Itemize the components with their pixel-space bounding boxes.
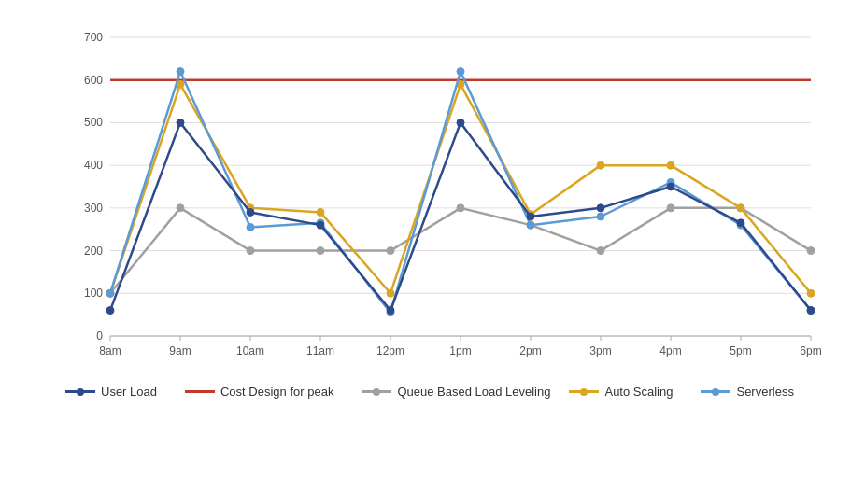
svg-point-76 [387,307,394,315]
svg-point-49 [807,247,815,255]
svg-text:9am: 9am [169,344,191,357]
svg-point-47 [667,204,674,212]
svg-text:700: 700 [84,31,103,44]
svg-text:12pm: 12pm [376,344,404,357]
svg-point-59 [737,204,744,212]
svg-point-72 [106,307,114,315]
svg-point-63 [247,223,254,231]
svg-point-79 [597,204,604,212]
svg-text:5pm: 5pm [730,344,751,357]
chart-area: 01002003004005006007008am9am10am11am12pm… [56,28,837,373]
svg-point-54 [387,289,394,297]
svg-text:4pm: 4pm [659,344,681,357]
legend-label-user-load: User Load [101,385,157,399]
legend-item-auto-scaling: Auto Scaling [569,385,673,399]
svg-point-82 [807,307,815,315]
svg-text:2pm: 2pm [519,344,541,357]
legend-label-queue-based: Queue Based Load Leveling [397,385,550,399]
legend-item-cost-design: Cost Design for peak [185,385,333,399]
svg-point-73 [177,119,184,126]
svg-point-80 [667,183,674,190]
svg-point-40 [177,204,184,212]
svg-point-61 [106,289,114,297]
legend-label-serverless: Serverless [736,385,793,399]
svg-point-67 [527,221,534,229]
legend-item-user-load: User Load [65,385,157,399]
svg-point-58 [667,161,674,169]
svg-text:100: 100 [84,287,103,300]
svg-text:8am: 8am [99,344,121,357]
legend-item-queue-based: Queue Based Load Leveling [362,385,550,399]
svg-point-68 [597,213,604,220]
svg-point-41 [247,247,254,255]
svg-text:1pm: 1pm [449,344,471,357]
svg-point-77 [457,119,464,126]
svg-text:600: 600 [84,74,103,87]
legend-item-serverless: Serverless [701,385,793,399]
svg-point-66 [457,68,464,76]
svg-text:400: 400 [84,159,103,172]
svg-point-78 [527,213,534,220]
legend-line-cost-design [185,390,215,393]
svg-point-42 [317,247,324,255]
legend-label-auto-scaling: Auto Scaling [604,385,673,399]
svg-text:0: 0 [96,329,103,343]
chart-svg: 01002003004005006007008am9am10am11am12pm… [56,28,837,373]
svg-point-57 [597,161,604,169]
svg-text:10am: 10am [236,344,264,357]
svg-point-46 [597,247,604,255]
svg-point-62 [177,68,184,76]
legend-label-cost-design: Cost Design for peak [220,385,333,399]
legend: User LoadCost Design for peakQueue Based… [56,385,837,402]
svg-text:300: 300 [84,202,103,215]
svg-text:6pm: 6pm [800,344,821,357]
svg-text:500: 500 [84,116,103,129]
chart-container: 01002003004005006007008am9am10am11am12pm… [0,0,865,504]
svg-text:3pm: 3pm [589,344,611,357]
svg-point-74 [247,208,254,216]
svg-text:11am: 11am [306,344,334,357]
svg-text:200: 200 [84,245,103,258]
svg-point-44 [457,204,464,212]
svg-point-81 [737,219,744,227]
svg-point-43 [387,247,394,255]
svg-point-53 [317,208,324,216]
svg-point-60 [807,289,815,297]
svg-point-75 [317,221,324,229]
